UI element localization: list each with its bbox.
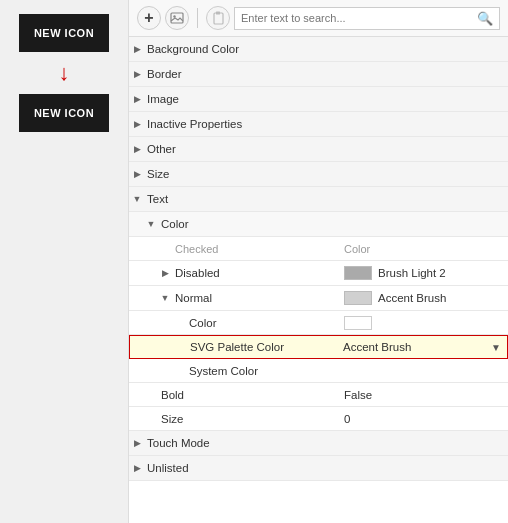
- prop-label-border: Border: [145, 64, 508, 84]
- color-swatch-text-disabled: [344, 266, 372, 280]
- prop-label-image: Image: [145, 89, 508, 109]
- expander-text-color[interactable]: ▼: [143, 212, 159, 236]
- prop-row-text-color[interactable]: ▼Color: [129, 212, 508, 237]
- prop-row-touch-mode[interactable]: ▶Touch Mode: [129, 431, 508, 456]
- prop-label-text-color-header: Checked: [129, 239, 338, 259]
- prop-value-text-svg-palette[interactable]: Accent Brush▼: [337, 337, 507, 357]
- clipboard-button[interactable]: [206, 6, 230, 30]
- prop-row-size[interactable]: ▶Size: [129, 162, 508, 187]
- right-panel: + 🔍 ▶Background Color▶Border▶Image▶Inact…: [128, 0, 508, 523]
- prop-label-text-system-color: System Color: [129, 361, 508, 381]
- expander-image[interactable]: ▶: [129, 87, 145, 111]
- prop-label-touch-mode: Touch Mode: [145, 433, 508, 453]
- prop-row-unlisted[interactable]: ▶Unlisted: [129, 456, 508, 481]
- prop-value-text-color-header: Color: [338, 239, 508, 259]
- prop-label-text: Text: [145, 189, 508, 209]
- prop-row-text-svg-palette[interactable]: SVG Palette ColorAccent Brush▼: [129, 335, 508, 359]
- expander-size[interactable]: ▶: [129, 162, 145, 186]
- prop-row-text-color-header[interactable]: CheckedColor: [129, 237, 508, 261]
- expander-inactive-properties[interactable]: ▶: [129, 112, 145, 136]
- add-button[interactable]: +: [137, 6, 161, 30]
- prop-value-text-normal-color: [338, 312, 508, 334]
- arrow-down-icon: ↓: [59, 62, 70, 84]
- prop-value-text-bold: False: [338, 385, 508, 405]
- prop-row-text-bold[interactable]: BoldFalse: [129, 383, 508, 407]
- prop-row-background-color[interactable]: ▶Background Color: [129, 37, 508, 62]
- prop-row-text-normal[interactable]: ▼NormalAccent Brush: [129, 286, 508, 311]
- prop-row-border[interactable]: ▶Border: [129, 62, 508, 87]
- prop-label-text-bold: Bold: [129, 385, 338, 405]
- toolbar: + 🔍: [129, 0, 508, 37]
- prop-value-text-disabled: Brush Light 2: [338, 262, 508, 284]
- expander-background-color[interactable]: ▶: [129, 37, 145, 61]
- prop-label-text-normal-color: Color: [129, 313, 338, 333]
- prop-label-text-normal: Normal: [173, 288, 338, 308]
- svg-point-1: [173, 15, 175, 17]
- prop-row-text[interactable]: ▼Text: [129, 187, 508, 212]
- expander-text-disabled[interactable]: ▶: [157, 261, 173, 285]
- prop-label-inactive-properties: Inactive Properties: [145, 114, 508, 134]
- svg-rect-2: [214, 13, 223, 24]
- color-swatch-text-normal-color: [344, 316, 372, 330]
- color-swatch-text-normal: [344, 291, 372, 305]
- prop-value-text-size: 0: [338, 409, 508, 429]
- property-tree: ▶Background Color▶Border▶Image▶Inactive …: [129, 37, 508, 523]
- prop-label-background-color: Background Color: [145, 39, 508, 59]
- prop-label-unlisted: Unlisted: [145, 458, 508, 478]
- search-icon: 🔍: [477, 11, 493, 26]
- toolbar-separator: [197, 8, 198, 28]
- search-input[interactable]: [241, 12, 477, 24]
- svg-rect-0: [171, 13, 183, 23]
- prop-row-text-system-color[interactable]: System Color: [129, 359, 508, 383]
- expander-unlisted[interactable]: ▶: [129, 456, 145, 480]
- svg-rect-3: [216, 12, 220, 15]
- expander-text[interactable]: ▼: [129, 187, 145, 211]
- prop-value-text-normal: Accent Brush: [338, 287, 508, 309]
- prop-label-text-size: Size: [129, 409, 338, 429]
- expander-border[interactable]: ▶: [129, 62, 145, 86]
- prop-row-text-size[interactable]: Size0: [129, 407, 508, 431]
- expander-text-normal[interactable]: ▼: [157, 286, 173, 310]
- old-icon: NEW ICON: [19, 14, 109, 52]
- prop-row-text-disabled[interactable]: ▶DisabledBrush Light 2: [129, 261, 508, 286]
- expander-other[interactable]: ▶: [129, 137, 145, 161]
- image-button[interactable]: [165, 6, 189, 30]
- prop-label-text-color: Color: [159, 214, 508, 234]
- prop-label-other: Other: [145, 139, 508, 159]
- new-icon: NEW ICON: [19, 94, 109, 132]
- prop-label-text-disabled: Disabled: [173, 263, 338, 283]
- prop-row-inactive-properties[interactable]: ▶Inactive Properties: [129, 112, 508, 137]
- prop-row-text-normal-color[interactable]: Color: [129, 311, 508, 335]
- dropdown-arrow-text-svg-palette: ▼: [491, 342, 501, 353]
- prop-row-other[interactable]: ▶Other: [129, 137, 508, 162]
- left-panel: NEW ICON ↓ NEW ICON: [0, 0, 128, 523]
- prop-label-size: Size: [145, 164, 508, 184]
- image-icon: [170, 11, 184, 25]
- prop-row-image[interactable]: ▶Image: [129, 87, 508, 112]
- prop-label-text-svg-palette: SVG Palette Color: [130, 337, 337, 357]
- search-box[interactable]: 🔍: [234, 7, 500, 30]
- expander-touch-mode[interactable]: ▶: [129, 431, 145, 455]
- clipboard-icon: [212, 11, 224, 25]
